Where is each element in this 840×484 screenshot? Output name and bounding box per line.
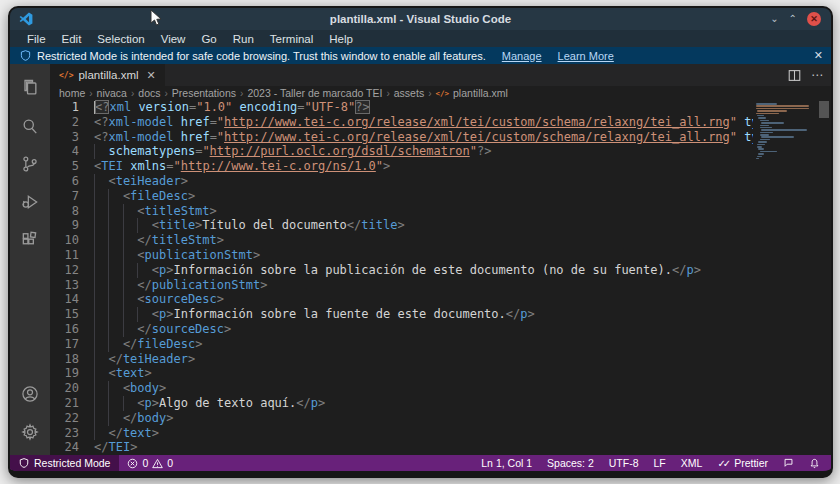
code-line[interactable]: 2<?xml-model href="http://www.tei-c.org/… — [50, 115, 753, 130]
banner-message: Restricted Mode is intended for safe cod… — [37, 50, 486, 62]
code-line[interactable]: 21<p>Algo de texto aquí.</p> — [50, 396, 753, 411]
indent-guide — [94, 411, 108, 426]
source-control-icon[interactable] — [10, 145, 50, 183]
extensions-icon[interactable] — [10, 221, 50, 259]
code-line[interactable]: 22</body> — [50, 411, 753, 426]
code-line[interactable]: 7<fileDesc> — [50, 189, 753, 204]
line-content: </publicationStmt> — [94, 278, 267, 293]
code-line[interactable]: 5<TEI xmlns="http://www.tei-c.org/ns/1.0… — [50, 159, 753, 174]
menu-item-terminal[interactable]: Terminal — [263, 33, 320, 45]
indent-guide — [108, 233, 122, 248]
code-line[interactable]: 9<title>Título del documento</title> — [50, 218, 753, 233]
menu-item-selection[interactable]: Selection — [90, 33, 151, 45]
code-line[interactable]: 10</titleStmt> — [50, 233, 753, 248]
prettier-check-icon: ✓✓ — [717, 458, 728, 469]
indent-indicator[interactable]: Spaces: 2 — [547, 457, 594, 469]
settings-gear-icon[interactable] — [10, 413, 50, 451]
language-mode-indicator[interactable]: XML — [681, 457, 703, 469]
line-number: 13 — [50, 278, 94, 293]
breadcrumb-item[interactable]: home — [59, 87, 85, 99]
line-content: <?xml-model href="http://www.tei-c.org/r… — [94, 115, 753, 130]
code-line[interactable]: 3<?xml-model href="http://www.tei-c.org/… — [50, 130, 753, 145]
editor-scrollbar[interactable] — [817, 100, 831, 455]
code-line[interactable]: 13</publicationStmt> — [50, 278, 753, 293]
line-content: <publicationStmt> — [94, 248, 260, 263]
line-number: 19 — [50, 366, 94, 381]
code-line[interactable]: 11<publicationStmt> — [50, 248, 753, 263]
breadcrumb: home›nivaca›docs›Presentations›2023 - Ta… — [50, 86, 831, 100]
more-actions-icon[interactable]: ⋯ — [811, 68, 823, 82]
code-line[interactable]: 4schematypens="http://purl.oclc.org/dsdl… — [50, 144, 753, 159]
indent-guide — [94, 263, 108, 278]
code-line[interactable]: 6<teiHeader> — [50, 174, 753, 189]
code-line[interactable]: 1<?xml version="1.0" encoding="UTF-8"?> — [50, 100, 753, 115]
manage-link[interactable]: Manage — [502, 50, 542, 62]
scrollbar-thumb[interactable] — [819, 101, 829, 118]
breadcrumb-item[interactable]: 2023 - Taller de marcado TEI — [247, 87, 382, 99]
indent-guide — [123, 396, 137, 411]
line-content: <text> — [94, 366, 152, 381]
code-line[interactable]: 8<titleStmt> — [50, 204, 753, 219]
menu-item-help[interactable]: Help — [322, 33, 360, 45]
code-line[interactable]: 14<sourceDesc> — [50, 292, 753, 307]
breadcrumb-item[interactable]: assets — [394, 87, 424, 99]
prettier-status[interactable]: ✓✓ Prettier — [717, 457, 768, 469]
learn-more-link[interactable]: Learn More — [558, 50, 614, 62]
code-line[interactable]: 17</fileDesc> — [50, 337, 753, 352]
breadcrumb-item[interactable]: nivaca — [97, 87, 127, 99]
title-bar[interactable]: plantilla.xml - Visual Studio Code ⌄ ⌃ ✕ — [10, 8, 831, 30]
indent-guide — [123, 218, 137, 233]
split-editor-icon[interactable] — [788, 69, 801, 82]
menu-item-file[interactable]: File — [20, 33, 53, 45]
search-icon[interactable] — [10, 107, 50, 145]
indent-guide — [108, 307, 122, 322]
notifications-bell-icon[interactable] — [809, 458, 820, 469]
line-content: </teiHeader> — [94, 352, 195, 367]
breadcrumb-item[interactable]: plantilla.xml — [453, 87, 508, 99]
account-icon[interactable] — [10, 375, 50, 413]
menu-item-run[interactable]: Run — [226, 33, 261, 45]
code-editor[interactable]: 1<?xml version="1.0" encoding="UTF-8"?>2… — [50, 100, 831, 455]
line-content: schematypens="http://purl.oclc.org/dsdl/… — [94, 144, 491, 159]
indent-guide — [123, 204, 137, 219]
menu-item-view[interactable]: View — [154, 33, 193, 45]
indent-guide — [108, 263, 122, 278]
code-line[interactable]: 18</teiHeader> — [50, 352, 753, 367]
indent-guide — [137, 307, 151, 322]
line-number: 14 — [50, 292, 94, 307]
minimize-icon[interactable]: ⌄ — [770, 14, 778, 24]
error-icon — [127, 458, 138, 469]
minimap[interactable] — [753, 100, 817, 455]
window-close-icon[interactable]: ✕ — [807, 12, 821, 26]
tab-close-icon[interactable]: ✕ — [147, 69, 156, 82]
problems-status[interactable]: 0 0 — [127, 457, 173, 469]
tab-plantilla-xml[interactable]: </> plantilla.xml ✕ — [50, 64, 165, 86]
breadcrumb-item[interactable]: docs — [138, 87, 160, 99]
maximize-icon[interactable]: ⌃ — [789, 14, 797, 24]
line-content: <p>Algo de texto aquí.</p> — [94, 396, 325, 411]
run-debug-icon[interactable] — [10, 183, 50, 221]
code-line[interactable]: 12<p>Información sobre la publicación de… — [50, 263, 753, 278]
code-line[interactable]: 19<text> — [50, 366, 753, 381]
code-line[interactable]: 16</sourceDesc> — [50, 322, 753, 337]
line-col-indicator[interactable]: Ln 1, Col 1 — [481, 457, 532, 469]
menu-item-edit[interactable]: Edit — [55, 33, 89, 45]
code-line[interactable]: 20<body> — [50, 381, 753, 396]
encoding-indicator[interactable]: UTF-8 — [609, 457, 639, 469]
minimap-line — [758, 117, 766, 119]
eol-indicator[interactable]: LF — [654, 457, 666, 469]
line-content: </fileDesc> — [94, 337, 202, 352]
code-line[interactable]: 15<p>Información sobre la fuente de este… — [50, 307, 753, 322]
breadcrumb-item[interactable]: Presentations — [172, 87, 236, 99]
banner-close-icon[interactable]: ✕ — [814, 49, 823, 62]
indent-guide — [108, 189, 122, 204]
code-line[interactable]: 23</text> — [50, 426, 753, 441]
code-line[interactable]: 24</TEI> — [50, 440, 753, 455]
feedback-icon[interactable] — [783, 458, 794, 469]
minimap-line — [758, 141, 766, 143]
explorer-icon[interactable] — [10, 69, 50, 107]
minimap-line — [761, 136, 795, 138]
indent-guide — [94, 322, 108, 337]
restricted-mode-status[interactable]: Restricted Mode — [10, 455, 119, 471]
menu-item-go[interactable]: Go — [194, 33, 223, 45]
